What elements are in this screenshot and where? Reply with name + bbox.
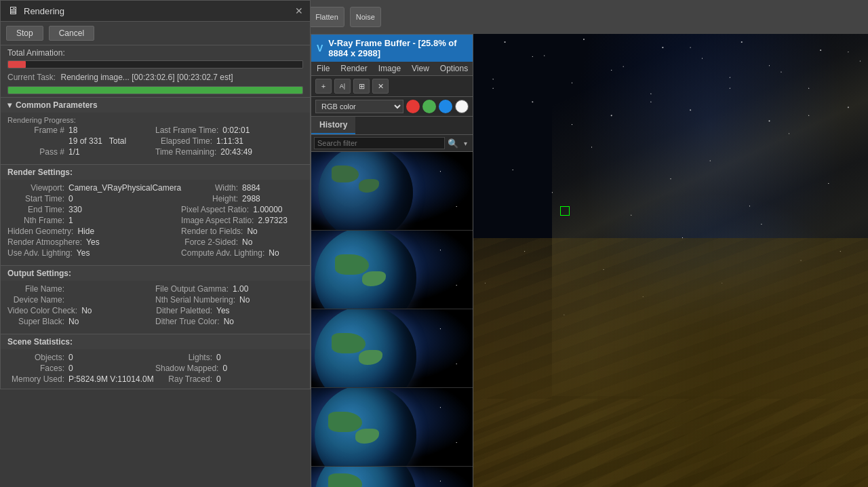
faces-cell: Faces: 0	[7, 363, 155, 374]
earth-land	[332, 333, 366, 353]
frames-of-cell: 19 of 331 Total	[7, 136, 155, 147]
scene-statistics-header[interactable]: Scene Statistics:	[1, 334, 310, 349]
nth-serial-cell: Nth Serial Numbering: No	[155, 294, 303, 305]
dither-paletted-cell: Dither Paletted: Yes	[155, 305, 303, 316]
cancel-button[interactable]: Cancel	[49, 26, 94, 41]
use-adv-cell: Use Adv. Lighting: Yes	[7, 248, 181, 258]
clear-button[interactable]: ✕	[372, 79, 389, 94]
common-parameters-header[interactable]: ▾ Common Parameters	[1, 98, 310, 113]
scene-statistics-title: Scene Statistics:	[7, 337, 73, 347]
list-item[interactable]: 8884x2988/ #141 1m 37.5s	[311, 467, 473, 487]
vray-title: V-Ray Frame Buffer - [25.8% of 8884 x 29…	[328, 38, 467, 58]
render-settings-title: Render Settings:	[7, 168, 73, 177]
red-circle[interactable]	[406, 100, 420, 113]
earth-land	[328, 412, 362, 432]
output-settings-section: Output Settings: File Name: File Output …	[1, 265, 310, 331]
current-progress-fill	[8, 87, 302, 94]
image-aspect-cell: Image Aspect Ratio: 2.97323	[181, 215, 303, 226]
menu-image[interactable]: Image	[373, 62, 406, 75]
progress-grid: Frame # 18 Last Frame Time: 0:02:01 19 o…	[7, 125, 303, 157]
green-circle[interactable]	[422, 100, 436, 113]
time-remaining-cell: Time Remaining: 20:43:49	[155, 147, 303, 157]
lights-cell: Lights: 0	[155, 352, 303, 363]
compare-button[interactable]: A|	[334, 79, 351, 94]
elapsed-cell: Elapsed Time: 1:11:31	[155, 136, 303, 147]
dither-true-cell: Dither True Color: No	[155, 316, 303, 327]
close-button[interactable]: ✕	[295, 5, 303, 16]
history-list: 8884x2988/ #53 7m 0.6s 8884x2988/ #141 2…	[311, 152, 473, 487]
render-settings-header[interactable]: Render Settings:	[1, 165, 310, 180]
output-settings-grid: File Name: File Output Gamma: 1.00 Devic…	[7, 284, 303, 327]
common-parameters-title: Common Parameters	[16, 100, 98, 110]
pass-cell: Pass # 1/1	[7, 147, 155, 157]
rendering-titlebar: 🖥 Rendering ✕	[1, 1, 310, 22]
add-layer-button[interactable]: +	[315, 79, 332, 94]
menu-file[interactable]: File	[311, 62, 335, 75]
earth-surface	[315, 309, 416, 387]
last-frame-cell: Last Frame Time: 0:02:01	[155, 125, 303, 136]
blue-circle[interactable]	[439, 100, 452, 113]
menu-options[interactable]: Options	[435, 62, 473, 75]
file-name-cell: File Name:	[7, 284, 155, 294]
extra-stars	[473, 34, 868, 306]
ray-traced-cell: Ray Traced: 0	[155, 374, 303, 385]
total-progress-fill	[8, 61, 26, 68]
render-settings-content: Viewport: Camera_VRayPhysicalCamera Widt…	[1, 180, 310, 262]
rendering-title: Rendering	[24, 6, 64, 16]
output-settings-content: File Name: File Output Gamma: 1.00 Devic…	[1, 281, 310, 331]
search-icon[interactable]: 🔍	[445, 138, 461, 149]
earth-surface	[315, 231, 416, 309]
earth-land	[335, 254, 369, 275]
stop-button[interactable]: Stop	[6, 26, 43, 41]
white-circle[interactable]	[455, 100, 469, 113]
search-input[interactable]	[314, 137, 445, 149]
list-item[interactable]: 8884x2988/ #141 3m 17.2s	[311, 388, 473, 467]
total-animation-label: Total Animation:	[1, 45, 310, 59]
earth-land-2	[362, 271, 386, 286]
menu-view[interactable]: View	[406, 62, 435, 75]
output-settings-header[interactable]: Output Settings:	[1, 266, 310, 281]
file-gamma-cell: File Output Gamma: 1.00	[155, 284, 303, 294]
display-button[interactable]: ⊞	[353, 79, 370, 94]
pixel-aspect-cell: Pixel Aspect Ratio: 1.00000	[181, 204, 303, 215]
flatten-icon[interactable]: Flatten	[309, 7, 344, 27]
hidden-geo-cell: Hidden Geometry: Hide	[7, 226, 181, 237]
vray-toolbar: + A| ⊞ ✕	[311, 76, 473, 97]
earth-thumbnail-2	[311, 231, 473, 309]
vray-titlebar: V V-Ray Frame Buffer - [25.8% of 8884 x …	[311, 35, 473, 62]
super-black-cell: Super Black: No	[7, 316, 155, 327]
earth-thumbnail-1	[311, 152, 473, 230]
current-task: Current Task: Rendering image... [00:23:…	[1, 71, 310, 85]
earth-thumbnail-4	[311, 388, 473, 466]
common-parameters-content: Rendering Progress: Frame # 18 Last Fram…	[1, 113, 310, 161]
earth-thumbnail-3	[311, 309, 473, 387]
collapse-icon: ▾	[7, 100, 12, 110]
render-fields-cell: Render to Fields: No	[181, 226, 303, 237]
start-time-cell: Start Time: 0	[7, 193, 181, 204]
render-settings-grid: Viewport: Camera_VRayPhysicalCamera Widt…	[7, 182, 303, 258]
noise-icon[interactable]: Noise	[350, 7, 381, 27]
history-tab[interactable]: History	[311, 117, 355, 134]
rendering-icon: 🖥	[7, 5, 18, 17]
main-viewport	[473, 34, 868, 487]
device-name-cell: Device Name:	[7, 294, 155, 305]
total-progress-bar	[7, 60, 303, 69]
width-cell: Width: 8884	[181, 182, 303, 193]
vray-icon: V	[317, 43, 323, 54]
height-cell: Height: 2988	[181, 193, 303, 204]
titlebar-left: 🖥 Rendering	[7, 5, 64, 17]
earth-land-2	[359, 179, 379, 193]
earth-thumbnail-5	[311, 467, 473, 487]
objects-cell: Objects: 0	[7, 352, 155, 363]
earth-land	[332, 165, 359, 182]
list-item[interactable]: 8884x2988/ #141 2m 45.1s	[311, 309, 473, 388]
earth-surface	[315, 467, 416, 487]
menu-render[interactable]: Render	[335, 62, 372, 75]
filter-dropdown-icon[interactable]: ▾	[461, 140, 470, 147]
rendering-toolbar: Stop Cancel	[1, 22, 310, 45]
current-progress-bar	[7, 86, 303, 94]
list-item[interactable]: 8884x2988/ #53 7m 0.6s	[311, 152, 473, 231]
frame-cell: Frame # 18	[7, 125, 155, 136]
color-mode-select[interactable]: RGB color	[315, 100, 403, 113]
list-item[interactable]: 8884x2988/ #141 2m 47.1s	[311, 231, 473, 309]
